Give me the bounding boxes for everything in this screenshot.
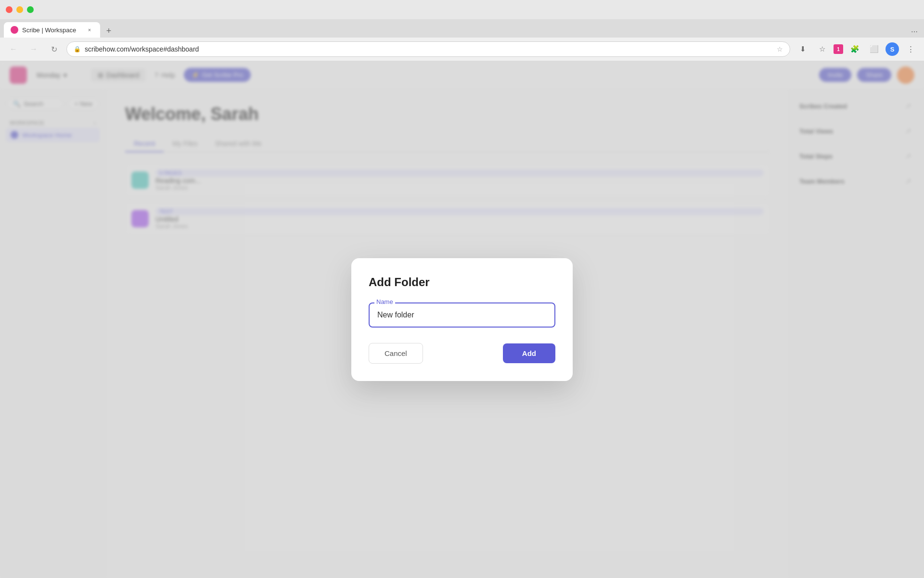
modal-actions: Cancel Add bbox=[369, 343, 555, 364]
address-bar[interactable]: 🔒 scribehow.com/workspace#dashboard ☆ bbox=[66, 41, 790, 57]
download-icon[interactable]: ⬇ bbox=[795, 41, 810, 57]
browser-chrome: Scribe | Workspace × + ⋯ ← → ↻ 🔒 scribeh… bbox=[0, 0, 924, 61]
minimize-window-button[interactable] bbox=[16, 6, 23, 13]
name-label: Name bbox=[374, 298, 395, 305]
app-container: Monday ▾ ⊞ Dashboard ? Help ⚡ Get Scribe… bbox=[0, 61, 924, 578]
more-options-icon[interactable]: ⋮ bbox=[903, 41, 918, 57]
refresh-button[interactable]: ↻ bbox=[46, 41, 62, 57]
tab-strip-overflow[interactable]: ⋯ bbox=[909, 26, 920, 38]
browser-toolbar: ← → ↻ 🔒 scribehow.com/workspace#dashboar… bbox=[0, 38, 924, 61]
tab-favicon bbox=[11, 26, 18, 34]
browser-profile-avatar[interactable]: S bbox=[886, 42, 899, 56]
add-button[interactable]: Add bbox=[503, 343, 555, 363]
extensions-area: 1 bbox=[834, 44, 843, 54]
name-form-group: Name bbox=[369, 302, 555, 328]
back-button[interactable]: ← bbox=[6, 41, 21, 57]
close-window-button[interactable] bbox=[6, 6, 13, 13]
maximize-window-button[interactable] bbox=[27, 6, 34, 13]
browser-titlebar bbox=[0, 0, 924, 19]
bookmark-star-icon[interactable]: ☆ bbox=[814, 41, 830, 57]
extensions-icon[interactable]: 🧩 bbox=[847, 41, 862, 57]
tab-title: Scribe | Workspace bbox=[22, 26, 82, 34]
forward-button[interactable]: → bbox=[26, 41, 41, 57]
folder-name-input[interactable] bbox=[369, 302, 555, 328]
lock-icon: 🔒 bbox=[74, 46, 81, 53]
traffic-lights bbox=[6, 6, 34, 13]
new-tab-button[interactable]: + bbox=[102, 24, 116, 38]
browser-tab-bar: Scribe | Workspace × + ⋯ bbox=[0, 19, 924, 38]
cancel-button[interactable]: Cancel bbox=[369, 343, 423, 364]
add-folder-modal: Add Folder Name Cancel Add bbox=[351, 258, 573, 381]
tab-close-button[interactable]: × bbox=[86, 26, 93, 34]
modal-overlay[interactable]: Add Folder Name Cancel Add bbox=[0, 61, 924, 578]
extension-count: 1 bbox=[837, 47, 840, 52]
url-text: scribehow.com/workspace#dashboard bbox=[85, 45, 773, 53]
window-controls-icon[interactable]: ⬜ bbox=[866, 41, 882, 57]
modal-title: Add Folder bbox=[369, 276, 555, 289]
toolbar-actions: ⬇ ☆ 1 🧩 ⬜ S ⋮ bbox=[795, 41, 918, 57]
extension-badge[interactable]: 1 bbox=[834, 44, 843, 54]
browser-tab-active[interactable]: Scribe | Workspace × bbox=[4, 22, 100, 38]
bookmark-icon[interactable]: ☆ bbox=[777, 45, 783, 53]
